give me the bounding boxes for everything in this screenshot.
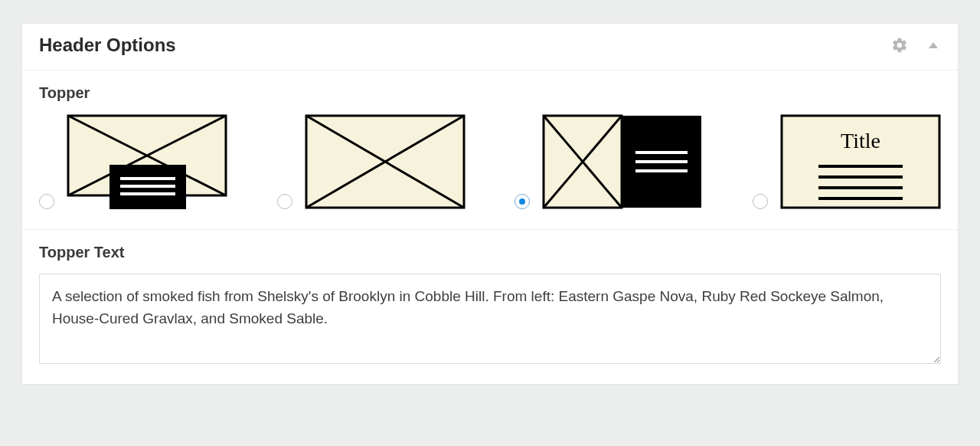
panel-header-controls: [890, 36, 942, 54]
thumb-image-only: [305, 114, 466, 212]
thumb-title-text-label: Title: [841, 129, 880, 152]
radio-image-only[interactable]: [277, 194, 292, 209]
gear-icon[interactable]: [890, 36, 909, 54]
topper-options: Title: [39, 114, 941, 212]
radio-title-text[interactable]: [753, 194, 768, 209]
collapse-icon[interactable]: [924, 36, 942, 54]
topper-option-title-text[interactable]: Title: [753, 114, 941, 212]
radio-overlay-caption[interactable]: [39, 194, 54, 209]
topper-option-image-only[interactable]: [277, 114, 466, 212]
topper-section: Topper: [22, 71, 958, 229]
topper-text-label: Topper Text: [39, 244, 941, 261]
topper-option-overlay-caption[interactable]: [39, 114, 227, 212]
thumb-split-dark: [542, 114, 703, 212]
topper-text-section: Topper Text: [22, 229, 958, 384]
topper-label: Topper: [39, 84, 941, 102]
thumb-overlay-caption: [67, 114, 227, 212]
radio-split-dark[interactable]: [514, 194, 530, 209]
topper-option-split-dark[interactable]: [514, 114, 703, 212]
header-options-panel: Header Options Topper: [21, 23, 959, 385]
panel-header: Header Options: [22, 24, 958, 71]
thumb-title-text: Title: [780, 114, 941, 212]
panel-title: Header Options: [39, 34, 176, 56]
topper-text-input[interactable]: [39, 274, 941, 364]
